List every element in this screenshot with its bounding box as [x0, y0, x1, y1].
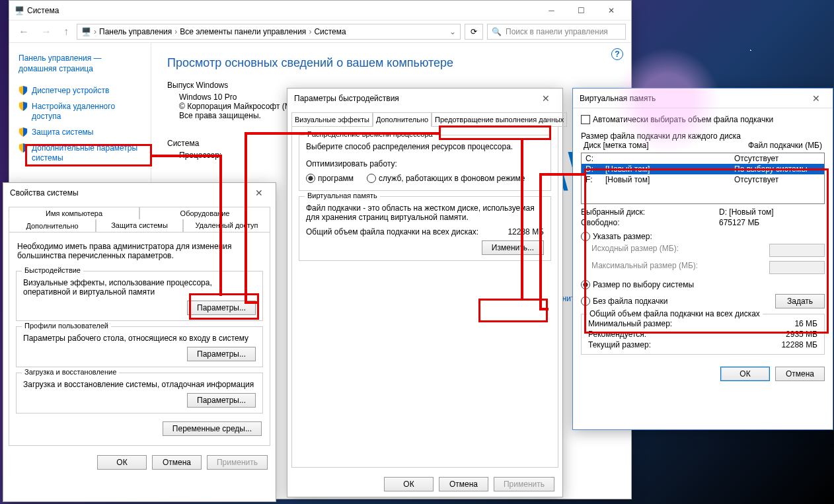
group-desc: Загрузка и восстановление системы, отлад… [23, 380, 256, 389]
group-desc: Выберите способ распределения ресурсов п… [306, 142, 544, 151]
ok-button[interactable]: ОК [384, 477, 434, 491]
group-legend: Виртуальная память [305, 192, 380, 199]
free-value: 675127 МБ [719, 218, 825, 227]
cur-value: 12288 МБ [781, 340, 817, 349]
startup-settings-button[interactable]: Параметры... [187, 393, 256, 408]
radio-custom-size[interactable]: Указать размер: [581, 232, 652, 241]
vm-group: Виртуальная память Файл подкачки - это о… [299, 196, 551, 261]
cpu-group: Распределение времени процессора Выберит… [299, 135, 551, 191]
minimize-button[interactable]: ─ [537, 1, 566, 20]
close-button[interactable]: ✕ [596, 1, 626, 20]
computer-icon: 🖥️ [81, 27, 91, 36]
titlebar[interactable]: Свойства системы ✕ [3, 183, 276, 203]
radio-services[interactable]: служб, работающих в фоновом режиме [367, 174, 525, 183]
control-panel-home-link[interactable]: Панель управления — домашняя страница [19, 54, 141, 74]
search-input[interactable]: 🔍 Поиск в панели управления [487, 24, 626, 40]
selected-disk-label: Выбранный диск: [581, 207, 719, 217]
tab-computer-name[interactable]: Имя компьютера [9, 207, 139, 219]
change-vm-button[interactable]: Изменить... [482, 240, 544, 255]
shield-icon [19, 127, 28, 137]
virtual-memory-dialog: Виртуальная память ✕ Автоматически выбир… [572, 88, 833, 430]
group-legend: Распределение времени процессора [305, 130, 436, 138]
radio-programs[interactable]: программ [306, 174, 354, 183]
apply-button[interactable]: Применить [207, 455, 268, 470]
disk-list[interactable]: C:Отсутствует D:[Новый том]По выбору сис… [581, 153, 825, 204]
breadcrumb-item[interactable]: Все элементы панели управления [180, 27, 306, 36]
tab-row: Визуальные эффекты Дополнительно Предотв… [287, 108, 562, 127]
tab-protection[interactable]: Защита системы [96, 219, 183, 233]
selected-disk-value: D: [Новый том] [719, 207, 825, 217]
performance-options-dialog: Параметры быстродействия ✕ Визуальные эф… [287, 88, 563, 497]
min-value: 16 МБ [794, 319, 817, 328]
search-placeholder: Поиск в панели управления [506, 27, 608, 36]
optimize-label: Оптимизировать работу: [306, 159, 544, 168]
tab-dep[interactable]: Предотвращение выполнения данных [432, 112, 567, 127]
close-button[interactable]: ✕ [806, 93, 826, 104]
tab-hardware[interactable]: Оборудование [139, 207, 270, 219]
auto-manage-checkbox[interactable]: Автоматически выбирать объем файла подка… [581, 115, 773, 124]
breadcrumb[interactable]: 🖥️› Панель управления› Все элементы пане… [77, 24, 461, 40]
tab-advanced[interactable]: Дополнительно [9, 219, 96, 233]
sidebar-system-protection[interactable]: Защита системы [19, 125, 141, 141]
initial-size-input[interactable] [769, 244, 825, 257]
group-legend: Быстродействие [22, 266, 83, 274]
tab-remote[interactable]: Удаленный доступ [183, 219, 270, 233]
tab-advanced[interactable]: Дополнительно [373, 112, 432, 127]
refresh-button[interactable]: ⟳ [465, 24, 483, 40]
breadcrumb-item[interactable]: Система [314, 27, 346, 36]
forward-button[interactable]: → [37, 24, 56, 39]
shield-icon [19, 86, 28, 95]
shield-icon [19, 143, 28, 153]
dialog-title: Свойства системы [10, 188, 249, 198]
ok-button[interactable]: ОК [97, 455, 147, 470]
sidebar-advanced-settings[interactable]: Дополнительные параметры системы [19, 141, 141, 166]
set-button[interactable]: Задать [775, 294, 825, 308]
dialog-title: Параметры быстродействия [294, 94, 536, 103]
profiles-settings-button[interactable]: Параметры... [187, 347, 256, 361]
performance-group: Быстродействие Визуальные эффекты, испол… [16, 271, 263, 321]
nav-toolbar: ← → ↑ 🖥️› Панель управления› Все элемент… [9, 20, 631, 43]
free-label: Свободно: [581, 218, 719, 227]
tab-row-bottom: Дополнительно Защита системы Удаленный д… [3, 219, 276, 233]
radio-system-managed[interactable]: Размер по выбору системы [581, 280, 694, 289]
close-button[interactable]: ✕ [249, 188, 269, 198]
tab-page-advanced: Необходимо иметь права администратора дл… [9, 233, 270, 446]
window-title: Система [24, 6, 537, 15]
env-vars-button[interactable]: Переменные среды... [163, 421, 262, 436]
col-disk: Диск [метка тома] [584, 141, 748, 150]
sidebar-device-manager[interactable]: Диспетчер устройств [19, 83, 141, 99]
group-desc: Параметры рабочего стола, относящиеся ко… [23, 334, 256, 343]
profiles-group: Профили пользователей Параметры рабочего… [16, 326, 263, 367]
help-icon[interactable]: ? [611, 48, 623, 60]
maximize-button[interactable]: ☐ [566, 1, 596, 20]
titlebar[interactable]: Виртуальная память ✕ [573, 89, 833, 108]
tab-page: Распределение времени процессора Выберит… [291, 127, 558, 468]
total-value: 12288 МБ [508, 227, 544, 236]
size-each-label: Размер файла подкачки для каждого диска [581, 131, 825, 141]
breadcrumb-item[interactable]: Панель управления [99, 27, 172, 36]
tab-row-top: Имя компьютера Оборудование [3, 203, 276, 219]
group-desc: Файл подкачки - это область на жестком д… [306, 203, 544, 222]
disk-row-selected: D:[Новый том]По выбору системы [582, 164, 824, 174]
apply-button[interactable]: Применить [494, 477, 554, 491]
rec-value: 2935 МБ [786, 330, 817, 339]
performance-settings-button[interactable]: Параметры... [187, 301, 256, 315]
up-button[interactable]: ↑ [59, 24, 73, 39]
ok-button[interactable]: ОК [720, 367, 770, 381]
close-button[interactable]: ✕ [536, 93, 556, 104]
tab-visual-effects[interactable]: Визуальные эффекты [291, 112, 373, 127]
cancel-button[interactable]: Отмена [439, 477, 488, 491]
min-label: Минимальный размер: [588, 319, 794, 328]
chevron-down-icon[interactable]: ⌄ [449, 27, 456, 36]
cancel-button[interactable]: Отмена [152, 455, 202, 470]
titlebar[interactable]: 🖥️ Система ─ ☐ ✕ [9, 1, 631, 20]
disk-row: C:Отсутствует [582, 153, 824, 164]
back-button[interactable]: ← [15, 24, 33, 39]
dialog-buttons: ОК Отмена [573, 361, 833, 386]
titlebar[interactable]: Параметры быстродействия ✕ [287, 89, 562, 108]
radio-no-pagefile[interactable]: Без файла подкачки [581, 297, 667, 306]
max-size-input[interactable] [769, 261, 825, 274]
cancel-button[interactable]: Отмена [775, 367, 825, 381]
sidebar-remote-settings[interactable]: Настройка удаленного доступа [19, 99, 141, 125]
startup-group: Загрузка и восстановление Загрузка и вос… [16, 373, 263, 414]
